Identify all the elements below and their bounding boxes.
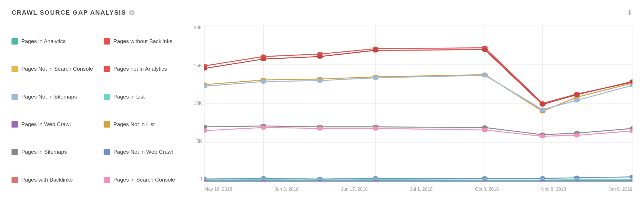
download-icon[interactable]: ⬇ (627, 9, 632, 17)
svg-point-30 (317, 78, 323, 83)
chart-area (204, 25, 632, 182)
legend-swatch-pages-with-backlinks (12, 177, 18, 183)
graph-container: 20K15K10K5K0 (190, 25, 632, 193)
chart-legend: Pages in Analytics Pages without Backlin… (12, 25, 190, 193)
page-title: CRAWL SOURCE GAP ANALYSIS i (12, 9, 135, 16)
legend-item-pages-in-search-console: Pages in Search Console (104, 167, 190, 193)
svg-point-55 (373, 126, 379, 130)
legend-label-pages-in-list: Pages in List (113, 94, 145, 100)
legend-swatch-pages-not-in-list (104, 121, 110, 128)
legend-item-pages-not-in-sitemaps: Pages Not in Sitemaps (12, 84, 98, 110)
x-axis-label: Jun 3, 2018 (275, 187, 299, 192)
svg-point-32 (482, 73, 488, 77)
legend-label-pages-in-web-crawl: Pages in Web Crawl (21, 121, 71, 128)
legend-label-pages-not-in-analytics: Pages not in Analytics (113, 66, 167, 72)
legend-swatch-pages-not-in-web-crawl (104, 149, 110, 155)
legend-item-pages-without-backlinks: Pages without Backlinks (104, 28, 190, 55)
svg-point-41 (540, 102, 546, 107)
legend-item-pages-with-backlinks: Pages with Backlinks (12, 167, 98, 193)
legend-label-pages-in-search-console: Pages in Search Console (113, 177, 175, 183)
legend-swatch-pages-not-in-analytics (104, 66, 110, 72)
info-icon[interactable]: i (129, 10, 135, 16)
svg-point-40 (482, 47, 488, 52)
title-text: CRAWL SOURCE GAP ANALYSIS (12, 9, 126, 16)
legend-swatch-pages-in-list (104, 94, 110, 100)
legend-label-pages-with-backlinks: Pages with Backlinks (21, 177, 73, 183)
legend-item-pages-in-sitemaps: Pages in Sitemaps (12, 139, 98, 165)
legend-swatch-pages-without-backlinks (104, 38, 110, 45)
x-axis-label: May 16, 2018 (204, 187, 232, 192)
legend-item-pages-in-analytics: Pages in Analytics (12, 28, 98, 55)
x-axis: May 16, 2018Jun 3, 2018Jun 17, 2018Jul 1… (204, 182, 632, 193)
svg-point-56 (482, 128, 488, 132)
svg-point-37 (260, 57, 266, 61)
svg-point-57 (540, 134, 546, 138)
svg-point-29 (260, 79, 266, 84)
svg-point-58 (574, 133, 580, 137)
legend-label-pages-in-analytics: Pages in Analytics (21, 38, 66, 45)
svg-point-44 (204, 125, 207, 129)
svg-point-31 (373, 76, 379, 80)
y-axis: 20K15K10K5K0 (190, 25, 204, 182)
svg-point-39 (373, 48, 379, 52)
svg-point-54 (317, 126, 323, 130)
legend-swatch-pages-in-sitemaps (12, 149, 18, 155)
x-axis-label: Jun 17, 2018 (341, 187, 368, 192)
legend-item-pages-not-in-analytics: Pages not in Analytics (104, 56, 190, 82)
svg-point-33 (540, 107, 546, 112)
legend-label-pages-in-sitemaps: Pages in Sitemaps (21, 149, 67, 155)
svg-point-52 (204, 128, 207, 133)
x-axis-label: Jul 1, 2018 (410, 187, 432, 192)
legend-item-pages-not-in-list: Pages Not in List (104, 111, 190, 138)
svg-point-38 (317, 54, 323, 59)
legend-label-pages-not-in-web-crawl: Pages Not in Web Crawl (113, 149, 173, 155)
y-axis-label: 20K (194, 25, 202, 30)
y-axis-label: 0 (199, 176, 202, 182)
legend-item-pages-not-in-search-console: Pages Not in Search Console (12, 56, 98, 82)
x-axis-label: Nov 8, 2018 (541, 187, 566, 192)
legend-label-pages-without-backlinks: Pages without Backlinks (113, 38, 172, 45)
x-axis-label: Jan 8, 2019 (608, 187, 632, 192)
legend-swatch-pages-in-search-console (104, 177, 110, 183)
y-axis-label: 10K (194, 101, 202, 106)
legend-swatch-pages-in-analytics (12, 38, 18, 45)
legend-item-pages-not-in-web-crawl: Pages Not in Web Crawl (104, 139, 190, 165)
x-axis-label: Oct 8, 2018 (475, 187, 499, 192)
svg-point-42 (574, 93, 580, 97)
legend-label-pages-not-in-search-console: Pages Not in Search Console (21, 66, 93, 72)
legend-swatch-pages-in-web-crawl (12, 121, 18, 128)
legend-item-pages-in-web-crawl: Pages in Web Crawl (12, 111, 98, 138)
legend-item-pages-in-list: Pages in List (104, 84, 190, 110)
legend-label-pages-not-in-list: Pages Not in List (113, 121, 155, 128)
legend-label-pages-not-in-sitemaps: Pages Not in Sitemaps (21, 94, 77, 100)
legend-swatch-pages-not-in-sitemaps (12, 94, 18, 100)
svg-point-53 (260, 125, 266, 130)
y-axis-label: 15K (194, 63, 202, 68)
y-axis-label: 5K (196, 139, 202, 144)
legend-swatch-pages-not-in-search-console (12, 66, 18, 72)
svg-point-34 (574, 98, 580, 103)
